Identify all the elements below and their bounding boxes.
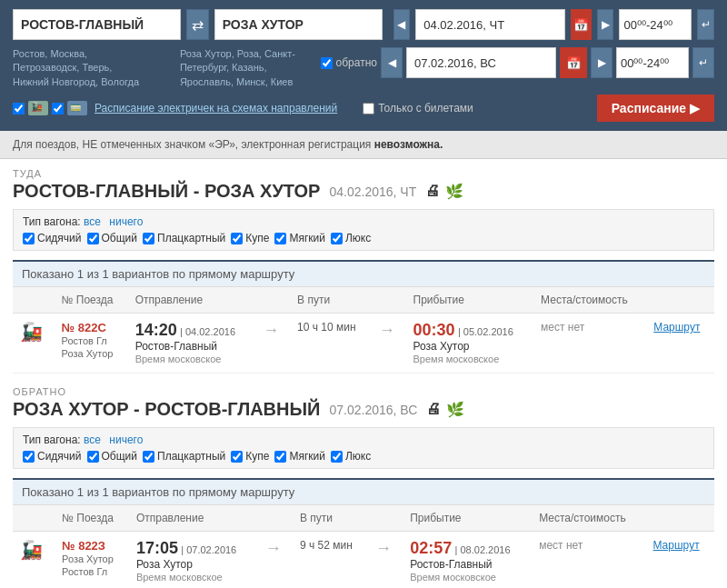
tuda-arrive-tz: Время московское	[413, 354, 500, 364]
train-icons: 🚂 🚃	[13, 101, 87, 115]
obratno-route-title: РОЗА ХУТОР - РОСТОВ-ГЛАВНЫЙ 07.02.2016, …	[13, 399, 714, 420]
tuda-none-link[interactable]: ничего	[109, 215, 143, 228]
tuda-cb-sidyachiy[interactable]: Сидячий	[23, 232, 82, 244]
elektrichki-link[interactable]: Расписание электричек на схемах направле…	[95, 102, 337, 115]
obratno-fav-icon[interactable]: 🌿	[446, 401, 464, 418]
obratno-all-link[interactable]: все	[84, 434, 101, 446]
obratno-arrow2-cell: →	[368, 532, 403, 588]
header-panel: ⇄ ◀ 📅 ▶ ↵ Ростов, Москва, Петрозаводск, …	[0, 0, 727, 131]
tuda-cb-obshiy[interactable]: Общий	[87, 232, 138, 244]
tolko-checkbox[interactable]	[363, 103, 374, 115]
obratno-cb-sidyachiy[interactable]: Сидячий	[23, 450, 82, 463]
bottom-row: 🚂 🚃 Расписание электричек на схемах напр…	[13, 95, 714, 122]
tuda-checkboxes-row: Сидячий Общий Плацкартный Купе Мягкий Лю…	[23, 232, 704, 244]
obratno-route-date: 07.02.2016, ВС	[329, 403, 417, 417]
obratno-depart-station: Роза Хутор	[136, 558, 193, 571]
tuda-print-icon[interactable]: 🖨	[425, 183, 440, 200]
col-depart: Отправление	[128, 287, 256, 314]
hints-row: Ростов, Москва, Петрозаводск, Тверь, Ниж…	[13, 47, 714, 89]
obratno-section: ОБРАТНО РОЗА ХУТОР - РОСТОВ-ГЛАВНЫЙ 07.0…	[13, 386, 714, 588]
tuda-depart-station: Ростов-Главный	[135, 340, 217, 353]
obratno-arrow-right-2: →	[375, 539, 392, 557]
date1-next-button[interactable]: ▶	[597, 9, 614, 40]
obratno-train-icon-cell: 🚂	[13, 532, 55, 588]
tuda-table-header: № Поезда Отправление В пути Прибытие Мес…	[13, 287, 714, 314]
elektr-checkbox2[interactable]	[52, 103, 64, 115]
tuda-travel-cell: 10 ч 10 мин	[290, 314, 372, 374]
tuda-arrow-right-2: →	[379, 321, 395, 339]
to-station-input[interactable]	[214, 9, 383, 40]
obratno-train-num-link[interactable]: № 822З	[62, 539, 105, 553]
tuda-train-num-cell: № 822С Ростов Гл Роза Хутор	[55, 314, 128, 374]
obratno-col-travel-arr	[258, 505, 293, 532]
date1-prev-button[interactable]: ◀	[393, 9, 411, 40]
time1-input[interactable]	[619, 9, 692, 40]
obratno-col-marshrut	[645, 505, 714, 532]
tuda-fav-icon[interactable]: 🌿	[445, 183, 463, 200]
obratno-arrive-station: Ростов-Главный	[410, 558, 492, 571]
obratno-arrive-cell: 02:57 | 08.02.2016 Ростов-Главный Время …	[403, 532, 532, 588]
obratno-checkbox[interactable]	[321, 57, 333, 69]
obratno-cb-obshiy[interactable]: Общий	[87, 450, 138, 463]
tuda-all-link[interactable]: все	[84, 215, 101, 228]
obratno-none-link[interactable]: ничего	[109, 434, 143, 446]
tuda-cb-platzkart[interactable]: Плацкартный	[143, 232, 225, 244]
date2-next-button[interactable]: ▶	[591, 47, 612, 78]
date1-input[interactable]	[415, 9, 565, 40]
tuda-arrive-cell: 00:30 | 05.02.2016 Роза Хутор Время моск…	[406, 314, 534, 374]
obratno-marshrut-link[interactable]: Маршрут	[652, 539, 699, 552]
tuda-arrive-time: 00:30	[413, 321, 455, 339]
obratno-arrive-date: | 08.02.2016	[455, 544, 511, 555]
tuda-marshrut-link[interactable]: Маршрут	[653, 321, 700, 334]
col-train-num: № Поезда	[55, 287, 128, 314]
date2-prev-button[interactable]: ◀	[381, 47, 403, 78]
date2-calendar-button[interactable]: 📅	[560, 47, 587, 78]
obratno-direction-label: ОБРАТНО	[13, 386, 714, 397]
tuda-train-icon: 🚂	[20, 322, 43, 342]
tuda-train-num-link[interactable]: № 822С	[62, 321, 106, 334]
date1-calendar-button[interactable]: 📅	[571, 9, 592, 40]
tolko-label[interactable]: Только с билетами	[363, 102, 473, 115]
tuda-cb-kupe[interactable]: Купе	[231, 232, 269, 244]
time1-expand-button[interactable]: ↵	[697, 9, 714, 40]
tuda-arrive-date: | 05.02.2016	[458, 326, 513, 337]
obratno-cb-lyuks[interactable]: Люкс	[331, 450, 371, 463]
obratno-label[interactable]: обратно	[321, 56, 377, 69]
obratno-cb-myagkiy[interactable]: Мягкий	[274, 450, 325, 463]
from-station-input[interactable]	[13, 9, 181, 40]
obratno-arrow-right-1: →	[265, 539, 282, 557]
obratno-trains-table: № Поезда Отправление В пути Прибытие Мес…	[13, 504, 714, 588]
time2-input[interactable]	[616, 47, 689, 78]
obratno-col-depart: Отправление	[129, 505, 258, 532]
obratno-depart-cell: 17:05 | 07.02.2016 Роза Хутор Время моск…	[129, 532, 258, 588]
col-icon	[13, 287, 55, 314]
tuda-cb-myagkiy[interactable]: Мягкий	[274, 232, 325, 244]
obratno-results-count: Показано 1 из 1 вариантов по прямому мар…	[13, 478, 714, 504]
swap-button[interactable]: ⇄	[186, 9, 209, 40]
col-marshrut	[646, 287, 714, 314]
date2-input[interactable]	[406, 47, 556, 78]
obratno-cb-platzkart[interactable]: Плацкартный	[143, 450, 225, 463]
search-row: ⇄ ◀ 📅 ▶ ↵	[13, 9, 714, 40]
obratno-row: обратно ◀ 📅 ▶ ↵	[321, 47, 714, 78]
tuda-cb-lyuks[interactable]: Люкс	[331, 232, 371, 244]
time2-expand-button[interactable]: ↵	[692, 47, 714, 78]
tuda-places-cell: мест нет	[533, 314, 646, 374]
obratno-arrive-tz: Время московское	[410, 572, 496, 583]
raspisanie-button[interactable]: Расписание ▶	[597, 95, 714, 122]
tuda-depart-tz: Время московское	[135, 354, 222, 364]
info-bar: Для поездов, НЕ отмеченных значком «ЭР»,…	[0, 131, 727, 159]
tuda-results-count: Показано 1 из 1 вариантов по прямому мар…	[13, 260, 714, 286]
tuda-arrow2-cell: →	[372, 314, 406, 374]
obratno-train-num-cell: № 822З Роза Хутор Ростов Гл	[55, 532, 129, 588]
tuda-arrow-right-1: →	[263, 321, 279, 339]
info-bold: невозможна.	[374, 138, 443, 151]
obratno-print-icon[interactable]: 🖨	[426, 401, 441, 418]
elektr-checkbox1[interactable]	[13, 103, 25, 115]
col-places: Места/стоимость	[533, 287, 646, 314]
tuda-train-icon-cell: 🚂	[13, 314, 55, 374]
obratno-col-arrive: Прибытие	[403, 505, 532, 532]
obratno-type-links: все ничего	[84, 434, 148, 446]
obratno-col-icon	[13, 505, 55, 532]
obratno-cb-kupe[interactable]: Купе	[231, 450, 269, 463]
